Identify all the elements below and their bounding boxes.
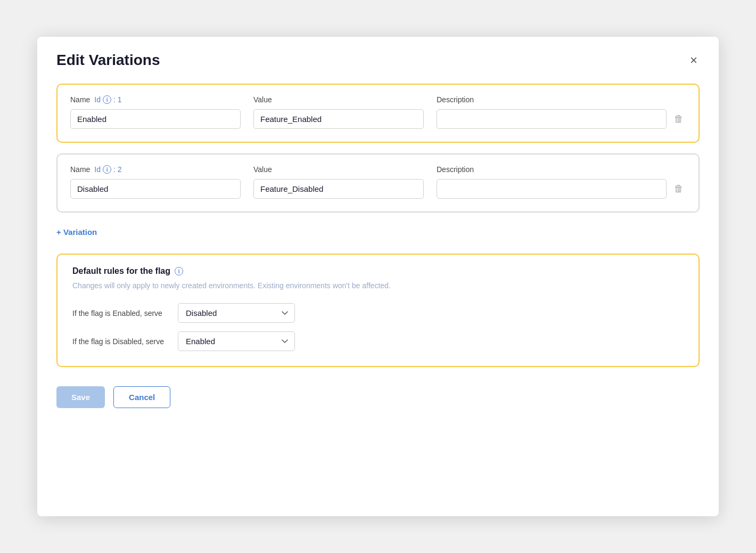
variation-2-value-header: Value — [253, 165, 424, 174]
default-rules-title-text: Default rules for the flag — [72, 266, 170, 276]
rule-1-row: If the flag is Enabled, serve Disabled E… — [72, 303, 684, 323]
variation-card-1: Name Id i : 1 Value — [56, 84, 700, 143]
edit-variations-dialog: Edit Variations × Name Id i : 1 — [37, 37, 719, 516]
variation-1-name-input[interactable] — [70, 109, 241, 129]
default-rules-info-icon[interactable]: i — [175, 267, 183, 275]
variation-2-desc-group: Description — [437, 165, 667, 199]
variation-2-info-icon[interactable]: i — [103, 165, 111, 174]
variation-2-desc-input[interactable] — [437, 179, 667, 199]
variation-2-name-header: Name Id i : 2 — [70, 165, 241, 174]
dialog-title: Edit Variations — [56, 52, 160, 69]
variation-2-id-badge: Id i : 2 — [94, 165, 121, 174]
variation-1-id-value: : 1 — [113, 95, 122, 104]
variation-1-value-header: Value — [253, 95, 424, 104]
add-variation-label: + Variation — [56, 227, 97, 237]
variation-1-fields: Name Id i : 1 Value — [70, 95, 667, 129]
variation-1-value-label: Value — [253, 95, 272, 104]
rule-2-label: If the flag is Disabled, serve — [72, 337, 168, 346]
variation-2-id-label: Id — [94, 165, 101, 174]
variation-2-value-group: Value — [253, 165, 424, 199]
default-rules-description: Changes will only apply to newly created… — [72, 280, 684, 291]
rule-2-select[interactable]: Enabled Disabled — [178, 331, 295, 351]
rule-1-label: If the flag is Enabled, serve — [72, 309, 168, 318]
variation-1-name-label: Name — [70, 95, 90, 104]
variation-1-id-badge: Id i : 1 — [94, 95, 121, 104]
variation-2-desc-header: Description — [437, 165, 667, 174]
variation-2-fields: Name Id i : 2 Value — [70, 165, 667, 199]
variation-1-name-group: Name Id i : 1 — [70, 95, 241, 129]
default-rules-title: Default rules for the flag i — [72, 266, 684, 276]
variation-1-desc-input[interactable] — [437, 109, 667, 129]
variation-1-value-input[interactable] — [253, 109, 424, 129]
variation-2-name-label: Name — [70, 165, 90, 174]
variation-2-name-group: Name Id i : 2 — [70, 165, 241, 199]
variation-2-name-input[interactable] — [70, 179, 241, 199]
add-variation-button[interactable]: + Variation — [56, 223, 97, 241]
variation-1-id-label: Id — [94, 95, 101, 104]
variation-2-value-label: Value — [253, 165, 272, 174]
variation-2-desc-label: Description — [437, 165, 474, 174]
variation-1-desc-group: Description — [437, 95, 667, 129]
variation-card-2: Name Id i : 2 Value — [56, 153, 700, 213]
variation-2-value-input[interactable] — [253, 179, 424, 199]
variation-1-desc-label: Description — [437, 95, 474, 104]
variation-2-row: Name Id i : 2 Value — [70, 165, 686, 199]
variation-1-info-icon[interactable]: i — [103, 95, 111, 104]
variation-1-desc-header: Description — [437, 95, 667, 104]
close-button[interactable]: × — [688, 52, 700, 69]
rule-1-select[interactable]: Disabled Enabled — [178, 303, 295, 323]
trash-icon-1: 🗑 — [674, 113, 684, 124]
cancel-button[interactable]: Cancel — [113, 386, 170, 408]
save-button[interactable]: Save — [56, 386, 105, 408]
trash-icon-2: 🗑 — [674, 183, 684, 194]
variation-1-delete-button[interactable]: 🗑 — [672, 109, 686, 128]
variation-2-id-value: : 2 — [113, 165, 122, 174]
rule-2-row: If the flag is Disabled, serve Enabled D… — [72, 331, 684, 351]
variation-1-row: Name Id i : 1 Value — [70, 95, 686, 129]
default-rules-card: Default rules for the flag i Changes wil… — [56, 254, 700, 367]
footer-buttons: Save Cancel — [56, 386, 700, 408]
variation-2-delete-button[interactable]: 🗑 — [672, 179, 686, 198]
dialog-header: Edit Variations × — [56, 52, 700, 69]
variation-1-value-group: Value — [253, 95, 424, 129]
variation-1-name-header: Name Id i : 1 — [70, 95, 241, 104]
